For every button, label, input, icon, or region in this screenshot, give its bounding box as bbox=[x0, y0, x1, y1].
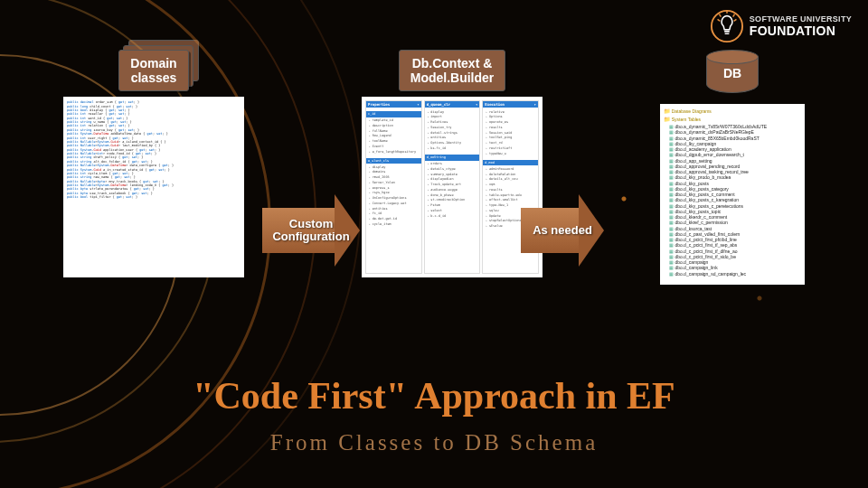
properties-panel: Properties▾c_idtemplate_iddescriptionful… bbox=[362, 97, 542, 277]
logo-line2: FOUNDATION bbox=[750, 23, 852, 38]
col-context: Db.Context & Model.Builder Properties▾c_… bbox=[362, 50, 542, 277]
logo-line1: SOFTWARE UNIVERSITY bbox=[750, 14, 852, 23]
svg-rect-1 bbox=[724, 31, 730, 33]
diagram-row: Domain classes public decimal order_sum … bbox=[63, 50, 805, 321]
arrow-label-asneeded: As needed bbox=[521, 224, 604, 237]
col-domain: Domain classes public decimal order_sum … bbox=[63, 50, 244, 277]
badge-dbcontext: Db.Context & Model.Builder bbox=[399, 50, 506, 91]
col-db: DB Database DiagramsSystem Tablesdbo.a_d… bbox=[660, 50, 805, 285]
db-cylinder-icon: DB bbox=[706, 50, 759, 93]
arrow-label-custom: Custom Configuration bbox=[262, 218, 360, 244]
arrow-custom-config: Custom Configuration bbox=[262, 194, 360, 267]
db-label: DB bbox=[706, 66, 759, 80]
arrow-as-needed: As needed bbox=[521, 194, 604, 267]
badge-domain-classes: Domain classes bbox=[118, 50, 188, 91]
db-tables-panel: Database DiagramsSystem Tablesdbo.a_dyna… bbox=[660, 104, 805, 285]
code-panel: public decimal order_sum { get; set; }pu… bbox=[63, 97, 244, 277]
slide-subtitle: From Classes to DB Schema bbox=[0, 430, 868, 455]
logo: SOFTWARE UNIVERSITY FOUNDATION bbox=[710, 9, 852, 43]
svg-rect-2 bbox=[724, 33, 729, 34]
lightbulb-icon bbox=[710, 9, 744, 43]
slide-title: "Code First" Approach in EF bbox=[0, 374, 868, 418]
